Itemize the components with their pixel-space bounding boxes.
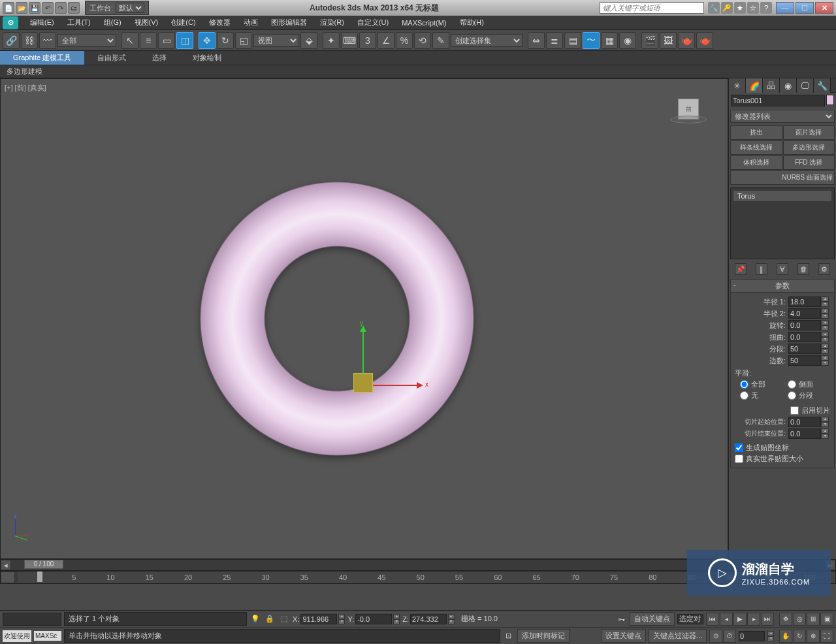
key-icon[interactable]: 🗝 [615,613,627,625]
select-tool-icon[interactable]: ↖ [121,32,138,49]
time-handle[interactable]: 0 / 100 [24,560,63,569]
named-selection-dropdown[interactable]: 创建选择集 [451,34,522,47]
remove-mod-icon[interactable]: 🗑 [797,263,809,275]
tab-hierarchy-icon[interactable]: 品 [763,78,780,93]
window-crossing-icon[interactable]: ◫ [176,32,193,49]
y-input[interactable] [355,614,392,624]
render-frame-icon[interactable]: 🖼 [660,32,677,49]
object-name-input[interactable] [731,95,825,106]
favorite-icon[interactable]: ☆ [747,2,759,14]
key-icon[interactable]: 🔑 [721,2,733,14]
unlink-tool-icon[interactable]: ⛓ [21,32,38,49]
twist-spinner[interactable]: ▴▾ [788,332,830,342]
menu-animation[interactable]: 动画 [237,16,265,29]
minimize-button[interactable]: — [776,2,794,14]
stack-item-torus[interactable]: Torus [733,191,831,201]
edit-named-icon[interactable]: ✎ [432,32,449,49]
save-icon[interactable]: 💾 [29,2,40,14]
slice-to-spinner[interactable]: ▴▾ [788,428,830,439]
prev-frame-icon[interactable]: ◂ [720,613,733,626]
goto-end-icon[interactable]: ⏭ [761,613,774,626]
menu-modifiers[interactable]: 修改器 [202,16,237,29]
configure-icon[interactable]: ⚙ [818,263,830,275]
pivot-icon[interactable]: ⬙ [300,32,317,49]
key-mode-icon[interactable]: ⊙ [709,630,722,643]
gen-coords-checkbox[interactable] [735,443,743,452]
smooth-all-radio[interactable]: 全部 [740,379,782,389]
playhead[interactable] [37,572,42,582]
workspace-selector[interactable]: 工作台: 默认 [85,1,149,15]
key-filter-button[interactable]: 关键点过滤器... [649,629,707,643]
menu-maxscript[interactable]: MAXScript(M) [395,18,453,28]
render-setup-icon[interactable]: 🎬 [641,32,658,49]
workspace-dropdown[interactable]: 默认 [116,3,144,13]
rotate-tool-icon[interactable]: ↻ [217,32,234,49]
sides-spinner[interactable]: ▴▾ [788,355,830,366]
redo-icon[interactable]: ↷ [55,2,67,14]
next-frame-icon[interactable]: ▸ [747,613,760,626]
gizmo-xy-plane[interactable] [353,373,373,393]
rollup-header[interactable]: - 参数 [731,280,834,293]
link-tool-icon[interactable]: 🔗 [3,32,20,49]
ribbon-tab-selection[interactable]: 选择 [139,51,180,65]
selected-set-input[interactable] [677,614,703,624]
set-key-button[interactable]: 设置关键点 [601,629,646,643]
make-unique-icon[interactable]: ∀ [777,263,788,275]
isolate-icon[interactable]: ⬚ [278,613,290,625]
lock-icon[interactable]: 💡 [249,613,261,625]
slice-from-spinner[interactable]: ▴▾ [788,417,830,427]
time-prev-icon[interactable]: ◂ [1,560,11,570]
mirror-icon[interactable]: ⇔ [528,32,545,49]
nav-4-icon[interactable]: ▣ [820,613,833,626]
snap-3d-icon[interactable]: 3 [359,32,376,49]
percent-snap-icon[interactable]: % [396,32,413,49]
script-listener[interactable] [3,613,61,626]
mod-btn-spline[interactable]: 样条线选择 [730,140,782,155]
rollup-toggle-icon[interactable]: - [733,281,736,289]
selection-filter-dropdown[interactable]: 全部 [57,34,116,47]
script-label[interactable]: MAXSc [34,631,61,641]
align-icon[interactable]: ≣ [546,32,563,49]
show-result-icon[interactable]: ‖ [756,263,767,275]
add-time-tag[interactable]: 添加时间标记 [517,629,570,643]
help-icon[interactable]: ? [760,2,772,14]
nav-2-icon[interactable]: ◎ [793,613,806,626]
spinner-snap-icon[interactable]: ⟲ [414,32,431,49]
mod-btn-face[interactable]: 面片选择 [783,125,835,140]
nav-5-icon[interactable]: ✋ [779,630,792,643]
keyboard-icon[interactable]: ⌨ [341,32,358,49]
viewport-label[interactable]: [+] [前] [真实] [5,83,46,93]
viewport[interactable]: [+] [前] [真实] x y z 前 [0,78,728,559]
ribbon-sub-poly[interactable]: 多边形建模 [0,65,836,78]
smooth-sides-radio[interactable]: 侧面 [788,379,830,389]
torus-object[interactable] [200,182,474,456]
mod-btn-vol[interactable]: 体积选择 [730,155,782,170]
tab-create-icon[interactable]: ✳ [729,78,746,93]
nav-6-icon[interactable]: ↻ [793,630,806,643]
play-icon[interactable]: ▶ [733,613,747,626]
menu-graph[interactable]: 图形编辑器 [265,16,314,29]
padlock-icon[interactable]: 🔒 [264,613,276,625]
nav-3-icon[interactable]: ⊞ [807,613,820,626]
real-world-checkbox[interactable] [735,455,743,463]
mod-btn-nurbs[interactable]: NURBS 曲面选择 [730,170,835,185]
modifier-stack[interactable]: Torus [730,187,835,259]
time-config-icon[interactable]: ⏱ [723,630,736,643]
render-prod-icon[interactable]: 🫖 [696,32,713,49]
menu-group[interactable]: 组(G) [97,16,128,29]
tab-display-icon[interactable]: 🖵 [797,78,814,93]
menu-views[interactable]: 视图(V) [128,16,165,29]
menu-tools[interactable]: 工具(T) [61,16,97,29]
layers-icon[interactable]: ▤ [564,32,581,49]
object-color-swatch[interactable] [826,95,834,105]
tab-utilities-icon[interactable]: 🔧 [814,78,831,93]
menu-rendering[interactable]: 渲染(R) [314,16,351,29]
radius1-spinner[interactable]: ▴▾ [788,297,830,307]
current-frame-input[interactable] [739,631,765,641]
trackbar-toggle-icon[interactable] [1,572,15,583]
ribbon-tab-paint[interactable]: 对象绘制 [180,51,234,65]
ref-coord-dropdown[interactable]: 视图 [253,34,299,47]
close-button[interactable]: ✕ [815,2,833,14]
star-icon[interactable]: ★ [734,2,746,14]
goto-start-icon[interactable]: ⏮ [706,613,719,626]
